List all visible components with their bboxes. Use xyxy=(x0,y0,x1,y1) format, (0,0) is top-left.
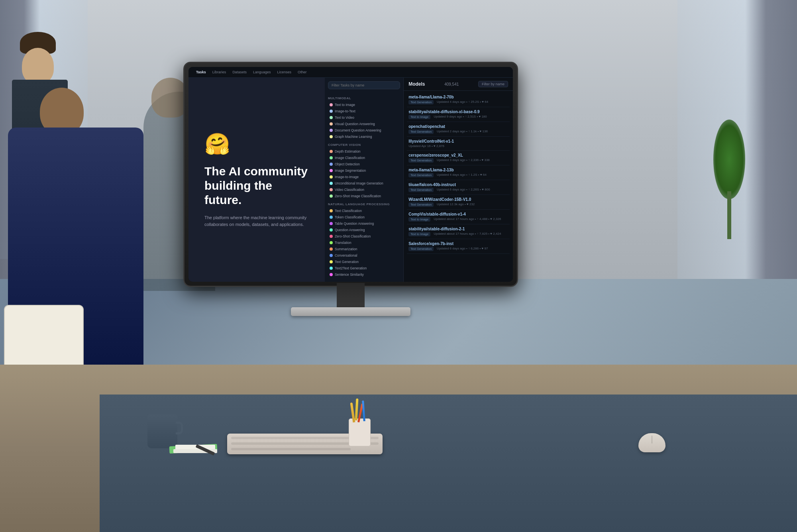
section-title-audio: Audio xyxy=(328,281,400,282)
task-image-segmentation[interactable]: Image Segmentation xyxy=(328,167,400,174)
model-meta: Text Generation Updated 12.3k ago • ♥ 23… xyxy=(408,202,508,207)
curtain-right xyxy=(745,0,797,279)
model-meta: Text Generation Updated 6 days ago • ↑ 2… xyxy=(408,188,508,192)
nav-tab-licenses[interactable]: Licenses xyxy=(274,69,294,75)
task-translation[interactable]: Translation xyxy=(328,239,400,246)
plant xyxy=(713,120,745,239)
desk-front xyxy=(100,395,797,532)
model-meta: Updated Apr 16 • ♥ 2,876 xyxy=(408,144,508,148)
models-title: Models xyxy=(408,81,425,87)
monitor-neck xyxy=(337,283,365,309)
model-name: Salesforce/xgen-7b-inst xyxy=(408,241,508,246)
right-panel: Multimodal Text to Image Image-to-Text T… xyxy=(325,78,513,282)
model-name: openchat/openchat xyxy=(408,124,508,129)
task-unconditional-gen[interactable]: Unconditional Image Generation xyxy=(328,180,400,186)
model-name: meta-llama/Llama-2-70b xyxy=(408,95,508,99)
section-title-cv: Computer Vision xyxy=(328,143,400,147)
mug-handle xyxy=(176,422,183,434)
task-depth-estimation[interactable]: Depth Estimation xyxy=(328,148,400,155)
nav-tab-other[interactable]: Other xyxy=(295,69,310,75)
model-item-zeroscope[interactable]: cerspense/zeroscope_v2_XL Text Generatio… xyxy=(407,151,510,165)
section-title-multimodal: Multimodal xyxy=(328,96,400,100)
screen-content: Tasks Libraries Datasets Languages Licen… xyxy=(188,67,513,282)
filter-by-name-button[interactable]: Filter by name xyxy=(478,81,508,87)
nav-tab-languages[interactable]: Languages xyxy=(250,69,274,75)
model-meta: Text to Image Updated about 17 hours ago… xyxy=(408,232,508,236)
model-meta: Text Generation Updated 3 days ago • ↑ 2… xyxy=(408,158,508,163)
task-table-qa[interactable]: Table Question Answering xyxy=(328,220,400,227)
models-header: Models 409,541 Filter by name xyxy=(404,78,513,91)
model-item-sd-2-1[interactable]: stabilityai/stable-diffusion-2-1 Text to… xyxy=(407,224,510,239)
task-summarization[interactable]: Summarization xyxy=(328,246,400,252)
task-graph-ml[interactable]: Graph Machine Learning xyxy=(328,133,400,140)
model-name: CompVis/stable-diffusion-v1-4 xyxy=(408,212,508,216)
hf-logo-emoji: 🤗 xyxy=(204,132,230,156)
task-section-audio: Audio Text to Speech Automatic Speech Re… xyxy=(328,281,400,282)
task-token-classification[interactable]: Token Classification xyxy=(328,214,400,220)
model-meta: Text to Image Updated 9 days ago • ↑ 2,5… xyxy=(408,115,508,119)
hero-subtitle: The platform where the machine learning … xyxy=(204,214,309,228)
pencil-holder xyxy=(347,408,373,446)
model-item-controlnet[interactable]: lllysviel/ControlNet-v1-1 Updated Apr 16… xyxy=(407,137,510,151)
task-text-generation[interactable]: Text Generation xyxy=(328,259,400,265)
model-name: tiiuae/falcon-40b-instruct xyxy=(408,183,508,187)
task-sidebar: Multimodal Text to Image Image-to-Text T… xyxy=(325,78,404,282)
model-name: meta-llama/Llama-2-13b xyxy=(408,168,508,172)
background-scene: Tasks Libraries Datasets Languages Licen… xyxy=(0,0,797,532)
model-meta: Text Generation Updated 2 days ago • ↑ 1… xyxy=(408,130,508,134)
task-section-cv: Computer Vision Depth Estimation Image C… xyxy=(328,143,400,199)
mug xyxy=(147,414,177,448)
model-item-llama2-13b[interactable]: meta-llama/Llama-2-13b Text Generation U… xyxy=(407,165,510,180)
task-vqa[interactable]: Visual Question Answering xyxy=(328,121,400,127)
model-item-salesforce-xgen[interactable]: Salesforce/xgen-7b-inst Text Generation … xyxy=(407,239,510,254)
nav-tab-datasets[interactable]: Datasets xyxy=(230,69,249,75)
model-name: lllysviel/ControlNet-v1-1 xyxy=(408,139,508,143)
task-conversational[interactable]: Conversational xyxy=(328,252,400,259)
section-title-nlp: Natural Language Processing xyxy=(328,202,400,206)
nav-tab-libraries[interactable]: Libraries xyxy=(210,69,229,75)
model-item-sd-xl[interactable]: stabilityai/stable-diffusion-xl-base-0.9… xyxy=(407,107,510,122)
model-item-openchat[interactable]: openchat/openchat Text Generation Update… xyxy=(407,122,510,137)
task-zero-shot[interactable]: Zero-Shot Classification xyxy=(328,233,400,239)
model-item-falcon[interactable]: tiiuae/falcon-40b-instruct Text Generati… xyxy=(407,180,510,195)
model-meta: Text Generation Updated 4 days ago • ↑ 2… xyxy=(408,100,508,104)
monitor: Tasks Libraries Datasets Languages Licen… xyxy=(183,62,518,301)
task-dqa[interactable]: Document Question Answering xyxy=(328,127,400,133)
nav-tab-tasks[interactable]: Tasks xyxy=(193,69,209,75)
model-item-sd-v1-4[interactable]: CompVis/stable-diffusion-v1-4 Text to Im… xyxy=(407,210,510,224)
models-count: 409,541 xyxy=(444,82,459,86)
task-search-input[interactable] xyxy=(328,81,400,89)
model-item-wizardcoder[interactable]: WizardLM/WizardCoder-15B-V1.0 Text Gener… xyxy=(407,195,510,210)
model-meta: Text Generation Updated 4 days ago • ↑ 1… xyxy=(408,173,508,177)
task-object-detection[interactable]: Object Detection xyxy=(328,161,400,167)
model-name: stabilityai/stable-diffusion-2-1 xyxy=(408,227,508,231)
model-meta: Text to Image Updated about 17 hours ago… xyxy=(408,217,508,222)
hero-section: 🤗 The AI community building the future. … xyxy=(188,78,325,282)
models-list: meta-llama/Llama-2-70b Text Generation U… xyxy=(404,91,513,282)
task-qa[interactable]: Question Answering xyxy=(328,227,400,233)
model-meta: Text Generation Updated 6 days ago • ↑ 6… xyxy=(408,247,508,251)
model-item-llama2-70b[interactable]: meta-llama/Llama-2-70b Text Generation U… xyxy=(407,92,510,107)
task-section-nlp: Natural Language Processing Text Classif… xyxy=(328,202,400,278)
task-text-classification[interactable]: Text Classification xyxy=(328,208,400,214)
model-name: WizardLM/WizardCoder-15B-V1.0 xyxy=(408,197,508,202)
task-zero-shot-image[interactable]: Zero-Shot Image Classification xyxy=(328,193,400,199)
hero-title: The AI community building the future. xyxy=(204,164,309,207)
top-navigation: Tasks Libraries Datasets Languages Licen… xyxy=(188,67,513,78)
model-name: stabilityai/stable-diffusion-xl-base-0.9 xyxy=(408,110,508,114)
model-name: cerspense/zeroscope_v2_XL xyxy=(408,153,508,157)
task-section-multimodal: Multimodal Text to Image Image-to-Text T… xyxy=(328,96,400,140)
task-text-to-video[interactable]: Text to Video xyxy=(328,114,400,121)
task-image-to-image[interactable]: Image-to-Image xyxy=(328,174,400,180)
monitor-base xyxy=(291,307,410,316)
task-video-classification[interactable]: Video Classification xyxy=(328,186,400,193)
screen-main: 🤗 The AI community building the future. … xyxy=(188,78,513,282)
task-sentence-similarity[interactable]: Sentence Similarity xyxy=(328,271,400,278)
models-panel: Models 409,541 Filter by name meta-llama… xyxy=(404,78,513,282)
task-image-classification[interactable]: Image Classification xyxy=(328,155,400,161)
task-text2text[interactable]: Text2Text Generation xyxy=(328,265,400,271)
task-image-to-text[interactable]: Image-to-Text xyxy=(328,108,400,114)
task-text-to-image[interactable]: Text to Image xyxy=(328,102,400,108)
